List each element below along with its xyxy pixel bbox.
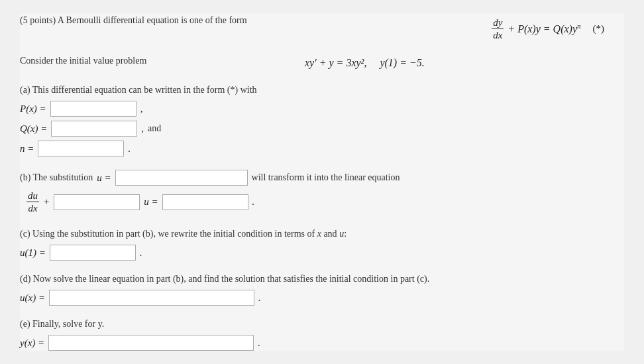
- qx-label: Q(x) =: [20, 123, 47, 135]
- n-label: n =: [20, 143, 34, 154]
- yx-label: y(x) =: [20, 337, 44, 349]
- exponent-n: n: [577, 22, 581, 30]
- part-d-section: (d) Now solve the linear equation in par…: [20, 274, 624, 306]
- n-input[interactable]: [38, 141, 124, 156]
- yx-input[interactable]: [48, 335, 254, 351]
- yx-period: .: [258, 337, 260, 349]
- du-num: du: [27, 190, 39, 202]
- formula-rest: + P(x)y = Q(x)yn: [508, 22, 580, 35]
- and-text: and: [148, 123, 161, 134]
- will-transform-text: will transform it into the linear equati…: [252, 172, 400, 183]
- px-input[interactable]: [50, 101, 136, 117]
- linear-rhs-input[interactable]: [162, 194, 248, 210]
- u-label: u =: [144, 196, 158, 208]
- formula-box: dy dx + P(x)y = Q(x)yn (*): [492, 13, 624, 44]
- ivp-left: xy′ + y = 3xy²,: [305, 57, 366, 68]
- top-section: (5 points) A Bernoulli differential equa…: [20, 13, 624, 44]
- du-dx-fraction: du dx: [27, 190, 39, 214]
- px-comma: ,: [140, 103, 143, 115]
- and-word: and: [323, 229, 337, 239]
- u1-row: u(1) = .: [20, 245, 624, 261]
- ux-row: u(x) = .: [20, 290, 624, 306]
- px-row: P(x) = ,: [20, 101, 624, 117]
- part-b-row: (b) The substitution u = will transform …: [20, 170, 624, 186]
- page: (5 points) A Bernoulli differential equa…: [20, 13, 624, 351]
- part-e-label: (e) Finally, solve for y.: [20, 319, 624, 330]
- linear-coeff-input[interactable]: [54, 194, 140, 210]
- part-c-section: (c) Using the substitution in part (b), …: [20, 229, 624, 261]
- consider-section: Consider the initial value problem xy′ +…: [20, 56, 624, 69]
- ivp-equation: xy′ + y = 3xy², y(1) = −5.: [305, 57, 624, 69]
- u1-period: .: [140, 247, 142, 259]
- ivp-right: y(1) = −5.: [380, 57, 424, 68]
- yx-row: y(x) = .: [20, 335, 624, 351]
- u1-input[interactable]: [50, 245, 136, 261]
- qx-row: Q(x) = , and: [20, 121, 624, 137]
- ux-input[interactable]: [49, 290, 254, 306]
- part-d-label: (d) Now solve the linear equation in par…: [20, 274, 624, 284]
- part-a-section: (a) This differential equation can be wr…: [20, 85, 624, 156]
- plus-sign: +: [43, 196, 50, 208]
- part-e-section: (e) Finally, solve for y. y(x) = .: [20, 319, 624, 351]
- main-bernoulli-formula: dy dx + P(x)y = Q(x)yn (*): [492, 17, 604, 41]
- u1-label: u(1) =: [20, 247, 46, 259]
- star-label: (*): [593, 23, 605, 34]
- px-label: P(x) =: [20, 103, 46, 115]
- ux-label: u(x) =: [20, 292, 45, 304]
- part-b-label: (b) The substitution: [20, 172, 93, 183]
- linear-eq-row: du dx + u = .: [27, 190, 624, 214]
- dx-den: dx: [27, 202, 38, 214]
- substitution-input[interactable]: [115, 170, 248, 186]
- problem-statement: (5 points) A Bernoulli differential equa…: [20, 13, 325, 27]
- dy-numerator: dy: [492, 17, 504, 29]
- colon: :: [344, 229, 347, 239]
- linear-period: .: [252, 196, 255, 208]
- n-period: .: [128, 143, 131, 154]
- intro-text: (5 points) A Bernoulli differential equa…: [20, 15, 247, 25]
- ux-period: .: [258, 292, 261, 304]
- part-a-label: (a) This differential equation can be wr…: [20, 85, 624, 95]
- part-c-text: (c) Using the substitution in part (b), …: [20, 229, 315, 239]
- qx-comma: ,: [141, 123, 144, 135]
- x-and-u-text: x: [317, 229, 324, 239]
- n-row: n = .: [20, 141, 624, 156]
- u-equals-label: u =: [97, 172, 111, 184]
- qx-input[interactable]: [51, 121, 137, 137]
- dy-dx-fraction: dy dx: [492, 17, 504, 41]
- part-b-section: (b) The substitution u = will transform …: [20, 170, 624, 214]
- part-c-label: (c) Using the substitution in part (b), …: [20, 229, 624, 239]
- dx-denominator: dx: [492, 29, 504, 41]
